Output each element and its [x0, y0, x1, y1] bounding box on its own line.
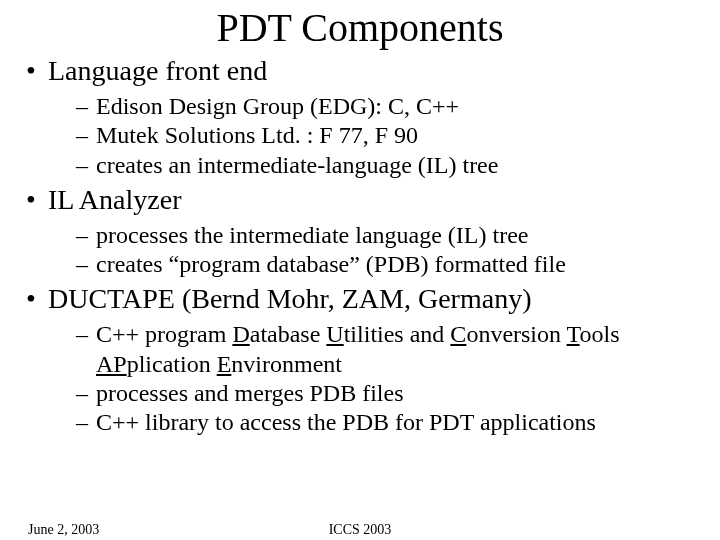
- sub-item-acronym: C++ program Database Utilities and Conve…: [76, 320, 720, 379]
- sub-item: C++ library to access the PDB for PDT ap…: [76, 408, 720, 437]
- underline: AP: [96, 351, 127, 377]
- sub-list: processes the intermediate language (IL)…: [76, 221, 720, 280]
- footer: June 2, 2003 ICCS 2003 12: [0, 522, 720, 538]
- run: onversion: [466, 321, 566, 347]
- underline: D: [232, 321, 249, 347]
- sub-item: processes and merges PDB files: [76, 379, 720, 408]
- bullet-label: IL Analyzer: [48, 184, 181, 215]
- sub-list: C++ program Database Utilities and Conve…: [76, 320, 720, 437]
- run: ools: [580, 321, 620, 347]
- sub-item: processes the intermediate language (IL)…: [76, 221, 720, 250]
- bullet-label: DUCTAPE (Bernd Mohr, ZAM, Germany): [48, 283, 531, 314]
- run: nvironment: [231, 351, 342, 377]
- sub-item: Edison Design Group (EDG): C, C++: [76, 92, 720, 121]
- sub-list: Edison Design Group (EDG): C, C++ Mutek …: [76, 92, 720, 180]
- sub-item: creates “program database” (PDB) formatt…: [76, 250, 720, 279]
- run: C++ program: [96, 321, 232, 347]
- bullet-ductape: DUCTAPE (Bernd Mohr, ZAM, Germany) C++ p…: [26, 281, 720, 437]
- bullet-label: Language front end: [48, 55, 267, 86]
- run: plication: [127, 351, 217, 377]
- underline: U: [326, 321, 343, 347]
- bullet-il-analyzer: IL Analyzer processes the intermediate l…: [26, 182, 720, 280]
- bullet-list: Language front end Edison Design Group (…: [26, 53, 720, 437]
- sub-item: creates an intermediate-language (IL) tr…: [76, 151, 720, 180]
- run: tilities and: [344, 321, 451, 347]
- sub-item: Mutek Solutions Ltd. : F 77, F 90: [76, 121, 720, 150]
- footer-center: ICCS 2003: [28, 522, 692, 538]
- slide-title: PDT Components: [0, 4, 720, 51]
- footer-date: June 2, 2003: [28, 522, 99, 538]
- bullet-language-front-end: Language front end Edison Design Group (…: [26, 53, 720, 180]
- underline: T: [567, 321, 580, 347]
- underline: E: [217, 351, 232, 377]
- slide: PDT Components Language front end Edison…: [0, 4, 720, 540]
- run: atabase: [250, 321, 327, 347]
- underline: C: [450, 321, 466, 347]
